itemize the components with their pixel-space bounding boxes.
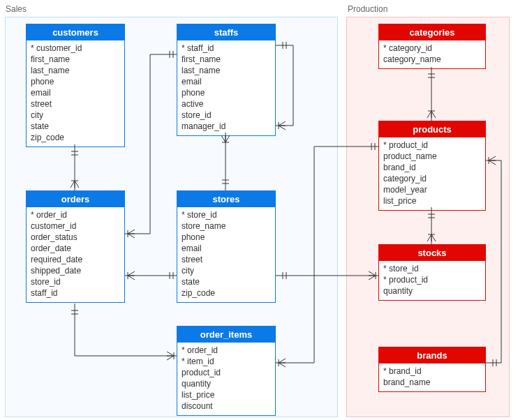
- col: brand_name: [383, 377, 481, 388]
- col: last_name: [31, 65, 120, 76]
- schema-label-sales: Sales: [6, 4, 27, 14]
- col: zip_code: [31, 132, 120, 143]
- schema-label-production: Production: [348, 4, 387, 14]
- entity-categories[interactable]: categories * category_id category_name: [378, 24, 486, 69]
- col: product_name: [383, 151, 481, 162]
- entity-customers[interactable]: customers * customer_id first_name last_…: [26, 24, 125, 147]
- entity-title: stores: [177, 191, 275, 207]
- entity-body: * store_id * product_id quantity: [379, 261, 485, 300]
- entity-stores[interactable]: stores * store_id store_name phone email…: [177, 190, 276, 303]
- entity-body: * product_id product_name brand_id categ…: [379, 137, 485, 210]
- entity-body: * category_id category_name: [379, 40, 485, 68]
- entity-brands[interactable]: brands * brand_id brand_name: [378, 347, 486, 392]
- col: city: [182, 265, 271, 276]
- col: shipped_date: [31, 265, 120, 276]
- entity-products[interactable]: products * product_id product_name brand…: [378, 121, 486, 211]
- col: brand_id: [383, 162, 481, 173]
- col: list_price: [182, 389, 271, 400]
- entity-staffs[interactable]: staffs * staff_id first_name last_name e…: [177, 24, 276, 136]
- col: required_date: [31, 254, 120, 265]
- col: store_id: [182, 110, 271, 121]
- col: active: [182, 98, 271, 110]
- col: order_date: [31, 243, 120, 254]
- col: product_id: [182, 367, 271, 378]
- col: * staff_id: [182, 43, 271, 54]
- col: store_id: [31, 276, 120, 287]
- col: model_year: [383, 184, 481, 195]
- col: quantity: [383, 285, 481, 297]
- col: email: [31, 87, 120, 98]
- entity-title: order_items: [177, 327, 275, 343]
- entity-body: * order_id customer_id order_status orde…: [27, 207, 124, 302]
- col: * product_id: [383, 140, 481, 151]
- col: store_name: [182, 220, 271, 232]
- col: zip_code: [182, 287, 271, 299]
- entity-body: * customer_id first_name last_name phone…: [27, 40, 124, 147]
- col: first_name: [31, 54, 120, 65]
- entity-body: * store_id store_name phone email street…: [177, 207, 275, 302]
- col: * customer_id: [31, 43, 120, 54]
- er-diagram-canvas: Sales Production customers * customer_id…: [0, 0, 518, 420]
- col: phone: [182, 87, 271, 98]
- col: * category_id: [383, 43, 481, 54]
- col: street: [182, 254, 271, 265]
- entity-title: customers: [27, 24, 124, 40]
- entity-stocks[interactable]: stocks * store_id * product_id quantity: [378, 244, 486, 301]
- col: phone: [31, 76, 120, 87]
- col: street: [31, 98, 120, 110]
- col: staff_id: [31, 287, 120, 299]
- col: last_name: [182, 65, 271, 76]
- col: email: [182, 243, 271, 254]
- col: * store_id: [182, 209, 271, 220]
- entity-body: * staff_id first_name last_name email ph…: [177, 40, 275, 135]
- col: * order_id: [31, 209, 120, 220]
- col: city: [31, 110, 120, 121]
- col: state: [182, 276, 271, 287]
- col: category_name: [383, 54, 481, 65]
- col: list_price: [383, 195, 481, 207]
- col: * store_id: [383, 263, 481, 274]
- entity-title: categories: [379, 24, 485, 40]
- col: quantity: [182, 378, 271, 389]
- entity-title: products: [379, 121, 485, 137]
- col: category_id: [383, 173, 481, 184]
- entity-title: stocks: [379, 245, 485, 261]
- entity-body: * brand_id brand_name: [379, 363, 485, 391]
- entity-title: orders: [27, 191, 124, 207]
- entity-title: brands: [379, 347, 485, 363]
- entity-body: * order_id * item_id product_id quantity…: [177, 343, 275, 415]
- col: * brand_id: [383, 366, 481, 377]
- entity-orders[interactable]: orders * order_id customer_id order_stat…: [26, 190, 125, 303]
- col: manager_id: [182, 121, 271, 132]
- col: customer_id: [31, 220, 120, 232]
- col: * product_id: [383, 274, 481, 285]
- col: order_status: [31, 232, 120, 243]
- col: * order_id: [182, 345, 271, 356]
- col: state: [31, 121, 120, 132]
- entity-title: staffs: [177, 24, 275, 40]
- col: discount: [182, 400, 271, 412]
- col: phone: [182, 232, 271, 243]
- col: * item_id: [182, 356, 271, 367]
- col: first_name: [182, 54, 271, 65]
- col: email: [182, 76, 271, 87]
- entity-order-items[interactable]: order_items * order_id * item_id product…: [177, 326, 276, 416]
